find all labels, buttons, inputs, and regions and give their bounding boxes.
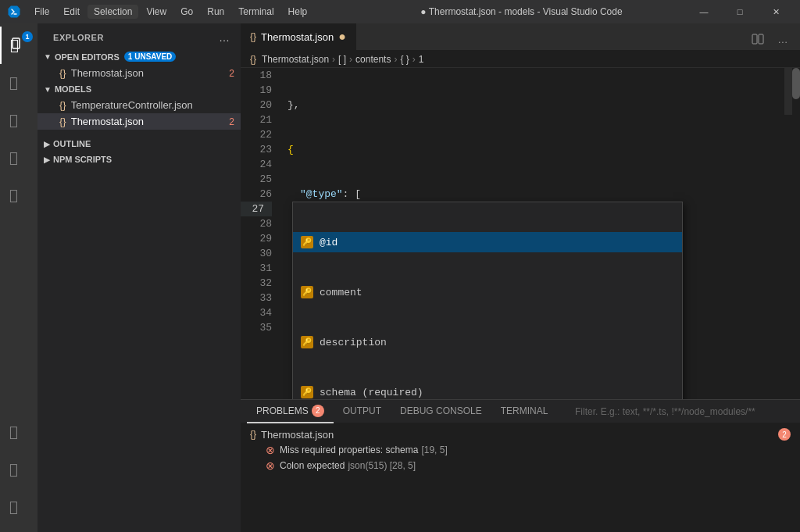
- ac-item-description[interactable]: 🔑 description: [293, 332, 682, 352]
- npm-label: NPM Scripts: [53, 155, 112, 164]
- breadcrumb: {} Thermostat.json › [ ] › contents › { …: [241, 51, 800, 68]
- panel-tab-problems[interactable]: PROBLEMS 2: [247, 400, 334, 423]
- menu-go[interactable]: Go: [174, 5, 199, 19]
- open-editor-errors: 2: [229, 68, 234, 79]
- activity-extensions[interactable]: : [0, 177, 38, 214]
- menu-edit[interactable]: Edit: [57, 5, 86, 19]
- tab-thermostat[interactable]: {} Thermostat.json ●: [241, 23, 356, 50]
- svg-text:: : [9, 461, 18, 477]
- sidebar-title: Explorer: [53, 33, 104, 42]
- minimap[interactable]: [784, 68, 792, 399]
- tab-filename: Thermostat.json: [261, 31, 334, 43]
- models-section[interactable]: ▼ Models: [38, 81, 241, 97]
- svg-text:: : [9, 112, 18, 128]
- breadcrumb-array[interactable]: [ ]: [338, 54, 346, 65]
- file-temperature-controller[interactable]: {} TemperatureController.json: [38, 97, 241, 113]
- models-chevron: ▼: [44, 85, 52, 94]
- breadcrumb-part2[interactable]: contents: [355, 54, 391, 65]
- window-controls: — □ ✕: [686, 0, 794, 23]
- menu-file[interactable]: File: [28, 5, 55, 19]
- minimize-button[interactable]: —: [686, 0, 722, 23]
- outline-section[interactable]: ▶ Outline: [38, 136, 241, 152]
- panel-tab-terminal[interactable]: TERMINAL: [491, 401, 558, 423]
- svg-rect-10: [759, 34, 763, 44]
- sidebar-actions: …: [217, 30, 231, 45]
- ac-label-description: description: [320, 335, 387, 350]
- app-icon: [6, 4, 22, 20]
- ac-item-id[interactable]: 🔑 @id: [293, 232, 682, 252]
- svg-text:: : [10, 37, 19, 53]
- key-icon-1: 🔑: [299, 234, 315, 250]
- activity-source-control[interactable]: : [0, 102, 38, 139]
- tab-file-icon: {}: [250, 31, 256, 42]
- code-line-20: "@type": [: [288, 187, 784, 202]
- problem-text-2: Colon expected: [280, 460, 345, 471]
- activity-bottom:   : [0, 413, 38, 532]
- split-editor-button[interactable]: [747, 28, 769, 50]
- ac-item-schema[interactable]: 🔑 schema (required): [293, 382, 682, 399]
- scroll-thumb: [792, 68, 800, 99]
- problem-item-2[interactable]: ⊗ Colon expected json(515) [28, 5]: [247, 458, 794, 473]
- activity-explorer[interactable]:  1: [0, 27, 38, 64]
- json-icon-1: {}: [59, 99, 66, 111]
- json-icon-2: {}: [59, 116, 66, 127]
- autocomplete-dropdown[interactable]: 🔑 @id 🔑 comment 🔑 description 🔑: [292, 202, 683, 399]
- close-button[interactable]: ✕: [758, 0, 794, 23]
- debug-tab-label: DEBUG CONSOLE: [400, 405, 482, 416]
- activity-bar:  1       : [0, 23, 38, 532]
- activity-remote[interactable]: : [0, 413, 38, 451]
- open-editors-section[interactable]: ▼ Open Editors 1 UNSAVED: [38, 48, 241, 65]
- menu-view[interactable]: View: [140, 5, 173, 19]
- scrollbar[interactable]: [792, 68, 800, 399]
- file-thermostat[interactable]: {} Thermostat.json 2: [38, 113, 241, 130]
- ac-item-comment[interactable]: 🔑 comment: [293, 282, 682, 302]
- panel-tab-output[interactable]: OUTPUT: [334, 401, 391, 423]
- more-actions-button[interactable]: …: [772, 28, 794, 50]
- problem-file-row[interactable]: {} Thermostat.json 2: [247, 427, 794, 442]
- code-content[interactable]: }, { "@type": [ "Telemetry", "Pressure" …: [280, 68, 784, 399]
- svg-text:: : [9, 498, 18, 515]
- breadcrumb-index[interactable]: 1: [419, 54, 424, 65]
- unsaved-badge: 1 UNSAVED: [124, 52, 177, 62]
- code-line-18: },: [288, 98, 784, 112]
- tab-actions: …: [741, 28, 800, 50]
- maximize-button[interactable]: □: [722, 0, 758, 23]
- activity-settings[interactable]: : [0, 488, 38, 526]
- terminal-tab-label: TERMINAL: [501, 405, 548, 416]
- open-editor-thermostat[interactable]: {} Thermostat.json 2: [38, 65, 241, 81]
- breadcrumb-object[interactable]: { }: [400, 54, 409, 65]
- problem-file-count: 2: [778, 428, 791, 441]
- activity-run[interactable]: : [0, 139, 38, 177]
- problem-text-1: Miss required properties: schema: [280, 445, 418, 455]
- problem-loc-1: [19, 5]: [421, 445, 447, 455]
- key-icon-2: 🔑: [299, 284, 315, 300]
- code-editor[interactable]: 18 19 20 21 22 23 24 25 26 27 28 29 30 3…: [241, 68, 800, 399]
- menu-help[interactable]: Help: [282, 5, 314, 19]
- panel-tabs: PROBLEMS 2 OUTPUT DEBUG CONSOLE TERMINAL: [241, 400, 800, 423]
- panel-filter-input[interactable]: [575, 406, 794, 417]
- activity-search[interactable]: : [0, 64, 38, 102]
- models-label: Models: [55, 84, 91, 94]
- breadcrumb-file[interactable]: Thermostat.json: [262, 54, 329, 65]
- outline-label: Outline: [53, 139, 91, 148]
- title-bar: File Edit Selection View Go Run Terminal…: [0, 0, 800, 23]
- menu-run[interactable]: Run: [201, 5, 230, 19]
- sidebar-more-button[interactable]: …: [217, 30, 231, 45]
- problem-item-1[interactable]: ⊗ Miss required properties: schema [19, …: [247, 442, 794, 458]
- error-icon-2: ⊗: [266, 459, 275, 472]
- output-tab-label: OUTPUT: [343, 405, 381, 416]
- menu-terminal[interactable]: Terminal: [232, 5, 280, 19]
- npm-scripts-section[interactable]: ▶ NPM Scripts: [38, 152, 241, 167]
- sidebar: Explorer … ▼ Open Editors 1 UNSAVED {} T…: [38, 23, 241, 532]
- svg-text:: : [9, 423, 18, 440]
- file-name-1: TemperatureController.json: [71, 99, 193, 111]
- key-icon-4: 🔑: [299, 384, 315, 399]
- menu-bar: File Edit Selection View Go Run Terminal…: [28, 5, 357, 19]
- problems-tab-label: PROBLEMS: [256, 405, 309, 416]
- panel: PROBLEMS 2 OUTPUT DEBUG CONSOLE TERMINAL: [241, 399, 800, 532]
- panel-tab-debug[interactable]: DEBUG CONSOLE: [391, 401, 491, 423]
- file-icon-json: {}: [59, 67, 66, 79]
- activity-accounts[interactable]: : [0, 451, 38, 488]
- tab-modified-dot: ●: [338, 30, 346, 43]
- menu-selection[interactable]: Selection: [88, 5, 138, 19]
